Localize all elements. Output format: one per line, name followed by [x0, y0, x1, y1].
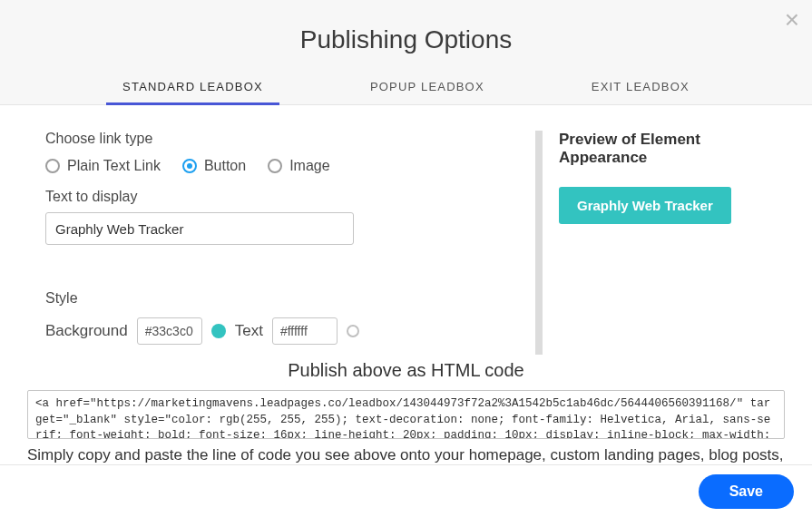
publish-heading: Publish above as HTML code	[27, 360, 785, 381]
form-panel: Choose link type Plain Text Link Button …	[45, 131, 535, 355]
text-swatch-icon[interactable]	[347, 325, 359, 337]
radio-icon	[45, 159, 60, 173]
radio-plain-text-link[interactable]: Plain Text Link	[45, 158, 161, 174]
radio-label: Button	[204, 158, 246, 174]
radio-icon	[268, 159, 282, 173]
tab-standard-leadbox[interactable]: STANDARD LEADBOX	[119, 71, 267, 104]
page-title: Publishing Options	[0, 25, 812, 54]
radio-image[interactable]: Image	[268, 158, 329, 174]
radio-label: Plain Text Link	[67, 158, 161, 174]
preview-heading: Preview of Element Appearance	[559, 131, 776, 167]
modal-footer: Save	[0, 464, 812, 517]
style-heading: Style	[45, 290, 526, 307]
preview-panel: Preview of Element Appearance Graphly We…	[535, 131, 776, 355]
background-swatch-icon[interactable]	[211, 324, 226, 338]
tabs: STANDARD LEADBOX POPUP LEADBOX EXIT LEAD…	[0, 71, 812, 105]
text-color-input[interactable]	[272, 317, 338, 345]
modal-header: Publishing Options STANDARD LEADBOX POPU…	[0, 0, 812, 105]
radio-icon	[182, 159, 197, 173]
radio-label: Image	[289, 158, 329, 174]
background-color-input[interactable]	[137, 317, 202, 345]
background-label: Background	[45, 322, 128, 340]
publish-section: Publish above as HTML code Simply copy a…	[0, 355, 812, 464]
save-button[interactable]: Save	[699, 474, 794, 509]
link-type-radios: Plain Text Link Button Image	[45, 158, 526, 174]
link-type-label: Choose link type	[45, 131, 526, 147]
tab-popup-leadbox[interactable]: POPUP LEADBOX	[367, 71, 488, 104]
radio-button[interactable]: Button	[182, 158, 246, 174]
preview-button[interactable]: Graphly Web Tracker	[559, 187, 731, 224]
text-to-display-label: Text to display	[45, 189, 526, 205]
text-to-display-input[interactable]	[45, 212, 354, 245]
close-icon[interactable]: ×	[785, 7, 799, 33]
html-code-box[interactable]	[27, 390, 785, 439]
text-color-label: Text	[235, 322, 263, 340]
publish-instructions: Simply copy and paste the line of code y…	[27, 446, 785, 464]
tab-exit-leadbox[interactable]: EXIT LEADBOX	[588, 71, 693, 104]
